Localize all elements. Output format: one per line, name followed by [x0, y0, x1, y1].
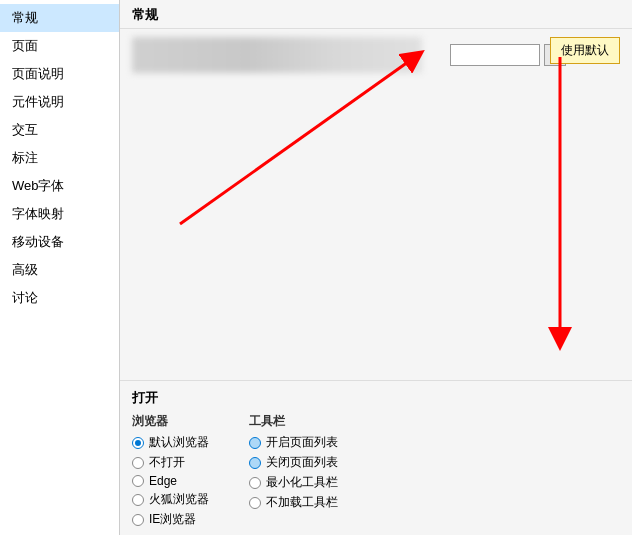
radio-no-open-label: 不打开	[149, 454, 185, 471]
radio-no-toolbar-circle	[249, 497, 261, 509]
sidebar-item-mobile[interactable]: 移动设备	[0, 228, 119, 256]
radio-no-toolbar[interactable]: 不加载工具栏	[249, 494, 338, 511]
sidebar-item-interaction[interactable]: 交互	[0, 116, 119, 144]
radio-default-browser[interactable]: 默认浏览器	[132, 434, 209, 451]
radio-firefox-label: 火狐浏览器	[149, 491, 209, 508]
browser-col-title: 浏览器	[132, 413, 209, 430]
radio-minimize-toolbar-label: 最小化工具栏	[266, 474, 338, 491]
radio-open-pagelist-circle	[249, 437, 261, 449]
radio-edge-label: Edge	[149, 474, 177, 488]
radio-default-browser-circle	[132, 437, 144, 449]
radio-default-browser-label: 默认浏览器	[149, 434, 209, 451]
open-title: 打开	[132, 389, 620, 407]
radio-ie-label: IE浏览器	[149, 511, 196, 528]
radio-no-open-circle	[132, 457, 144, 469]
sidebar-item-discuss[interactable]: 讨论	[0, 284, 119, 312]
browser-column: 浏览器 默认浏览器 不打开 Edge	[132, 413, 209, 531]
sidebar-item-webfont[interactable]: Web字体	[0, 172, 119, 200]
radio-firefox[interactable]: 火狐浏览器	[132, 491, 209, 508]
svg-line-2	[180, 57, 415, 224]
radio-open-pagelist-label: 开启页面列表	[266, 434, 338, 451]
radio-minimize-toolbar[interactable]: 最小化工具栏	[249, 474, 338, 491]
use-default-button[interactable]: 使用默认	[550, 37, 620, 64]
radio-no-open[interactable]: 不打开	[132, 454, 209, 471]
radio-open-pagelist[interactable]: 开启页面列表	[249, 434, 338, 451]
main-header: 常规	[120, 0, 632, 29]
open-columns: 浏览器 默认浏览器 不打开 Edge	[132, 413, 620, 531]
radio-ie-circle	[132, 514, 144, 526]
sidebar-item-advanced[interactable]: 高级	[0, 256, 119, 284]
radio-edge[interactable]: Edge	[132, 474, 209, 488]
top-section: ...	[132, 37, 620, 73]
radio-firefox-circle	[132, 494, 144, 506]
sidebar-item-component-desc[interactable]: 元件说明	[0, 88, 119, 116]
radio-close-pagelist-label: 关闭页面列表	[266, 454, 338, 471]
path-input[interactable]	[450, 44, 540, 66]
radio-minimize-toolbar-circle	[249, 477, 261, 489]
main-panel: 常规 ... 使用默认	[120, 0, 632, 535]
toolbar-col-title: 工具栏	[249, 413, 338, 430]
sidebar: 常规 页面 页面说明 元件说明 交互 标注 Web字体 字体映射 移动设备 高级…	[0, 0, 120, 535]
radio-close-pagelist[interactable]: 关闭页面列表	[249, 454, 338, 471]
toolbar-column: 工具栏 开启页面列表 关闭页面列表 最小化工具栏	[249, 413, 338, 531]
sidebar-item-annotation[interactable]: 标注	[0, 144, 119, 172]
radio-close-pagelist-circle	[249, 457, 261, 469]
radio-edge-circle	[132, 475, 144, 487]
sidebar-item-page-desc[interactable]: 页面说明	[0, 60, 119, 88]
radio-no-toolbar-label: 不加载工具栏	[266, 494, 338, 511]
sidebar-item-fontmap[interactable]: 字体映射	[0, 200, 119, 228]
open-section: 打开 浏览器 默认浏览器 不打开	[120, 380, 632, 535]
input-area: ...	[450, 44, 566, 66]
sidebar-item-page[interactable]: 页面	[0, 32, 119, 60]
radio-ie[interactable]: IE浏览器	[132, 511, 209, 528]
sidebar-item-general[interactable]: 常规	[0, 4, 119, 32]
blurred-content	[132, 37, 422, 73]
main-body: ... 使用默认	[120, 29, 632, 535]
